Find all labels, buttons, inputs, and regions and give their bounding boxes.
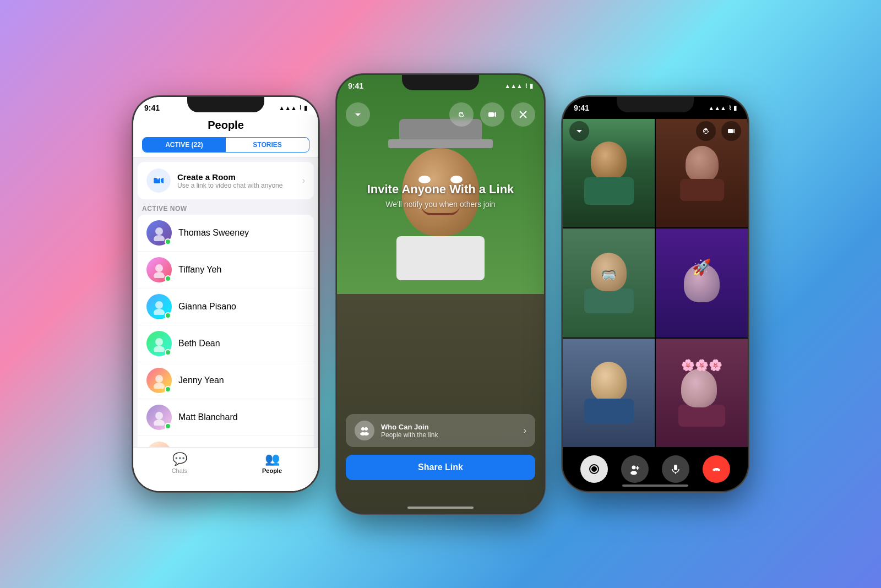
close-button[interactable] (511, 102, 535, 127)
video-tile-4: 🚀 (656, 228, 748, 337)
video-button-3[interactable] (721, 121, 741, 141)
list-item[interactable]: Jenny Yean (138, 362, 314, 399)
svg-point-13 (154, 383, 165, 389)
phone-2: 9:41 ▲▲▲ ⌇ ▮ (336, 74, 545, 514)
svg-point-5 (154, 235, 165, 241)
svg-point-14 (155, 412, 163, 420)
screen-2: 9:41 ▲▲▲ ⌇ ▮ (337, 75, 544, 513)
list-item[interactable]: Beth Dean (138, 325, 314, 362)
nav-item-chats[interactable]: 💬 Chats (133, 452, 226, 474)
tab-stories[interactable]: STORIES (226, 138, 309, 152)
svg-point-12 (155, 375, 163, 383)
invite-title: Invite Anyone With a Link (337, 182, 544, 197)
wifi-icon-2: ⌇ (525, 83, 527, 90)
grid-cell-4: 🚀 (656, 228, 748, 337)
active-indicator (165, 238, 171, 245)
screen-1: 9:41 ▲▲▲ ⌇ ▮ People ACTIVE (22) STORIES (133, 97, 318, 491)
capture-button[interactable] (580, 455, 608, 483)
svg-marker-1 (161, 178, 164, 183)
time-2: 9:41 (348, 81, 363, 90)
create-room-title: Create a Room (177, 172, 296, 182)
camera-flip-button[interactable] (449, 102, 474, 127)
list-item[interactable]: Gianna Pisano (138, 288, 314, 325)
active-indicator (165, 423, 171, 429)
svg-marker-27 (733, 129, 735, 133)
who-text: Who Can Join People with the link (381, 423, 517, 439)
contact-name: Jenny Yean (178, 375, 224, 385)
battery-icon-1: ▮ (304, 105, 307, 112)
chat-icon: 💬 (172, 452, 187, 466)
status-icons-3: ▲▲▲ ⌇ ▮ (708, 105, 737, 112)
list-item[interactable]: Tiffany Yeh (138, 252, 314, 288)
contact-name: Matt Blanchard (178, 412, 238, 422)
home-indicator-2 (407, 507, 474, 509)
svg-point-6 (155, 264, 163, 272)
create-room-subtitle: Use a link to video chat with anyone (177, 182, 296, 189)
wifi-icon-1: ⌇ (299, 105, 302, 112)
minimize-button-3[interactable] (569, 121, 589, 141)
svg-point-29 (591, 466, 597, 472)
phone-notch-2 (402, 75, 479, 90)
phone-3: 9:41 ▲▲▲ ⌇ ▮ (562, 96, 749, 492)
battery-icon-2: ▮ (530, 83, 533, 90)
video-tile-5 (563, 339, 655, 447)
list-item[interactable]: Matt Blanchard (138, 399, 314, 436)
people-tabs[interactable]: ACTIVE (22) STORIES (142, 137, 309, 153)
who-subtitle: People with the link (381, 431, 517, 439)
svg-marker-21 (494, 112, 496, 117)
phone-1: 9:41 ▲▲▲ ⌇ ▮ People ACTIVE (22) STORIES (132, 96, 319, 492)
create-room-row[interactable]: Create a Room Use a link to video chat w… (138, 162, 314, 199)
add-people-button[interactable] (621, 455, 649, 483)
svg-rect-3 (156, 177, 160, 178)
active-indicator (165, 386, 171, 393)
avatar-wrap (146, 331, 172, 356)
svg-point-23 (365, 427, 368, 431)
nav-item-people[interactable]: 👥 People (226, 452, 318, 474)
contact-name: Gianna Pisano (178, 302, 236, 312)
contact-name: Beth Dean (178, 339, 220, 349)
time-1: 9:41 (144, 104, 160, 112)
signal-icon-3: ▲▲▲ (708, 105, 726, 111)
status-icons-1: ▲▲▲ ⌇ ▮ (279, 105, 307, 112)
svg-point-4 (155, 227, 163, 235)
share-link-button[interactable]: Share Link (346, 455, 535, 480)
nav-chats-label: Chats (172, 467, 188, 474)
svg-point-9 (154, 309, 165, 315)
tab-active[interactable]: ACTIVE (22) (143, 138, 226, 152)
signal-icon-2: ▲▲▲ (504, 83, 523, 89)
svg-point-15 (154, 420, 165, 426)
minimize-button[interactable] (346, 102, 370, 127)
wifi-icon-3: ⌇ (728, 105, 731, 112)
who-can-join-row[interactable]: Who Can Join People with the link › (346, 414, 535, 447)
page-title-people: People (142, 117, 309, 137)
video-background (337, 75, 544, 513)
group-icon (355, 421, 374, 440)
active-indicator (165, 275, 171, 282)
grid-cell-5 (563, 339, 655, 447)
video-top-controls (337, 102, 544, 127)
phone-notch-1 (187, 97, 264, 112)
video-tile-6: 🌸🌸🌸 (656, 339, 748, 447)
svg-point-22 (361, 427, 365, 431)
list-item[interactable]: Thomas Sweeney (138, 215, 314, 252)
video-button[interactable] (480, 102, 504, 127)
invite-text-block: Invite Anyone With a Link We'll notify y… (337, 182, 544, 209)
active-now-label: ACTIVE NOW (133, 199, 318, 215)
svg-rect-34 (674, 465, 677, 470)
camera-flip-button-3[interactable] (696, 121, 716, 141)
active-indicator (165, 312, 171, 319)
end-call-button[interactable] (703, 455, 730, 483)
screen-3: 9:41 ▲▲▲ ⌇ ▮ (563, 97, 748, 491)
home-indicator-3 (622, 484, 688, 487)
avatar-wrap (146, 405, 172, 430)
mute-button[interactable] (662, 455, 689, 483)
phone-notch-3 (617, 97, 694, 112)
grid-cell-6: 🌸🌸🌸 (656, 339, 748, 447)
avatar-wrap (146, 368, 172, 393)
signal-icon-1: ▲▲▲ (279, 105, 297, 111)
grid-cell-3: 🥽 (563, 228, 655, 337)
nav-people-label: People (262, 467, 282, 474)
svg-point-25 (363, 432, 369, 435)
svg-rect-0 (154, 178, 160, 183)
who-title: Who Can Join (381, 423, 517, 431)
